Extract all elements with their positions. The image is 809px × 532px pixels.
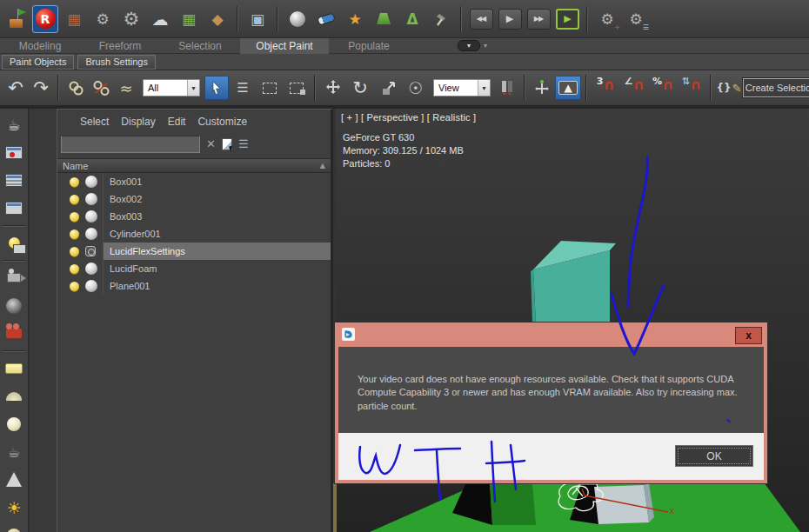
list-item[interactable]: Box002 [57,190,331,208]
rendered-frame-icon[interactable] [2,140,26,165]
selection-filter-dropdown[interactable]: All▼ [143,79,200,96]
playback-step-icon[interactable]: ▶▶ [525,5,552,33]
list-item-selected[interactable]: LucidFlexSettings [57,243,331,260]
mirror-icon[interactable] [495,74,519,102]
playback-play-icon[interactable]: ▶ [497,5,523,33]
bulb-icon[interactable] [70,229,79,239]
bulb-icon[interactable] [70,282,79,291]
bulb-icon[interactable] [70,264,79,274]
list-item[interactable]: LucidFoam [57,260,331,277]
undo-icon[interactable]: ↶ [3,74,28,102]
hammer-icon[interactable] [428,5,454,33]
memory-stat: Memory: 309.125 / 1024 MB [343,144,464,157]
tab-modeling[interactable]: Modeling [0,38,80,54]
clear-search-icon[interactable]: ✕ [206,137,216,150]
select-by-name-icon[interactable]: ☰ [230,74,256,102]
list-item[interactable]: Cylinder001 [57,225,331,243]
close-button[interactable]: x [735,327,762,344]
particle-cloud-icon[interactable]: ☁ [147,5,173,33]
layers-icon[interactable]: ☰ [238,137,249,150]
sphere-light-icon[interactable] [2,411,26,436]
gear-icon[interactable]: ⚙ [90,5,116,33]
render-teapot-icon[interactable]: ☕ [2,112,26,137]
toolbar-separator [585,75,587,101]
video-camera-icon[interactable] [2,321,26,346]
gear-globe-icon[interactable]: ⚙ [118,5,144,33]
bulb-icon[interactable] [70,195,79,204]
tab-populate[interactable]: Populate [329,38,409,54]
ball-icon[interactable] [2,522,26,532]
playback-rewind-icon[interactable]: ◀◀ [468,5,494,33]
gear-list-icon[interactable]: ⚙☰ [623,5,649,33]
angle-snap-icon[interactable]: ∠∩ [620,74,648,102]
scene-flag-icon[interactable] [3,5,30,33]
ribbon-minimize-arrow-icon[interactable]: ▾ [484,42,487,50]
name-column-header[interactable]: Name ▲ [57,158,331,173]
bulb-icon[interactable] [70,247,79,256]
material-sphere-icon[interactable] [284,5,311,33]
list-item[interactable]: Plane001 [57,277,331,295]
coordsys-dropdown[interactable]: View▼ [433,79,491,96]
cloth-icon[interactable] [371,5,397,33]
select-object-button[interactable] [204,74,229,102]
move-icon[interactable] [320,74,346,102]
schematic-view-icon[interactable] [2,196,26,221]
menu-select[interactable]: Select [80,116,109,128]
dialog-footer: OK [338,433,764,480]
toolbar-separator [3,225,25,227]
create-selection-field[interactable]: Create Selection [743,78,809,97]
pick-filter-icon[interactable] [222,138,232,150]
curve-editor-icon[interactable] [2,168,26,193]
bind-spacewarp-icon[interactable]: ≈ [114,74,138,102]
asset-browser-icon[interactable]: ▣ [244,5,271,33]
sun-icon[interactable]: ☀ [2,495,26,520]
search-input[interactable] [61,136,200,153]
wire-teapot-icon[interactable]: ☕ [2,439,26,464]
r-logo-icon[interactable]: R [32,5,58,33]
link-icon[interactable] [64,74,88,102]
character-star-icon[interactable]: ★ [342,5,368,33]
camera-icon[interactable] [2,265,26,290]
cone-icon[interactable] [2,467,26,492]
menu-display[interactable]: Display [121,116,155,128]
snaps-toggle-icon[interactable]: 3∩ [592,74,619,102]
align-icon[interactable] [530,74,554,102]
tab-object-paint[interactable]: Object Paint [240,38,329,54]
redo-icon[interactable]: ↷ [29,74,53,102]
unlink-icon[interactable] [89,74,113,102]
tab-paint-objects[interactable]: Paint Objects [2,55,74,70]
list-item[interactable]: Box003 [57,208,331,225]
dome-light-icon[interactable] [2,383,26,409]
ribbon-minimize-button[interactable]: ▼ [458,40,480,51]
window-crossing-icon[interactable] [284,74,310,102]
environment-sphere-icon[interactable] [2,293,26,318]
scatter-icon[interactable]: ▦ [176,5,202,33]
play-animation-icon[interactable]: ▶ [554,5,580,33]
tab-selection[interactable]: Selection [160,38,240,54]
tab-brush-settings[interactable]: Brush Settings [77,55,156,70]
toolbar-separator [3,350,25,352]
rotate-icon[interactable]: ↻ [347,74,373,102]
bulb-icon[interactable] [70,212,79,222]
menu-edit[interactable]: Edit [168,116,186,128]
light-lister-icon[interactable] [2,230,26,256]
named-selection-icon[interactable]: {}✎ [716,74,742,102]
menu-customize[interactable]: Customize [197,116,247,128]
select-manipulate-icon[interactable]: ☉ [403,74,429,102]
flask-icon[interactable]: Δ [399,5,425,33]
spinner-snap-icon[interactable]: ⇅∩ [678,74,705,102]
spray-icon[interactable] [313,5,339,33]
scale-icon[interactable] [374,74,402,102]
select-region-icon[interactable] [257,74,283,102]
list-item[interactable]: Box001 [57,173,331,190]
percent-snap-icon[interactable]: %∩ [649,74,677,102]
tab-freeform[interactable]: Freeform [80,38,160,54]
ok-button[interactable]: OK [675,445,753,467]
layer-panel-button[interactable]: ▲ [555,74,581,102]
viewport-label[interactable]: [ + ] [ Perspective ] [ Realistic ] [341,112,476,123]
cube-icon[interactable]: ◆ [204,5,231,33]
gear-add-icon[interactable]: ⚙+ [594,5,620,33]
bricks-icon[interactable]: ▦ [61,5,87,33]
area-light-icon[interactable] [2,356,26,381]
bulb-icon[interactable] [70,177,79,187]
